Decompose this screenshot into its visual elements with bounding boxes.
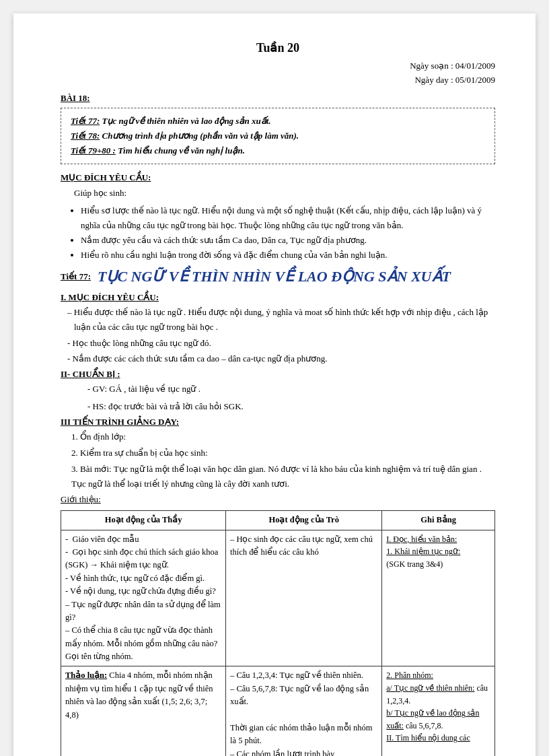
ghi-item: II. Tìm hiểu nội dung các (386, 732, 490, 745)
table-row-2: Thảo luận: Chia 4 nhóm, mỗi nhóm nhận nh… (61, 666, 495, 756)
tiet77-line: Tiết 77: TỤC NGỮ VỀ THÌN NHÌN VỀ LAO ĐỘN… (61, 268, 495, 285)
page: Tuần 20 Ngày soạn : 04/01/2009 Ngày day … (13, 13, 536, 756)
thay-cell-1: - Giáo viên đọc mẫu - Gọi học sinh đọc c… (61, 530, 226, 666)
tiet77-ref: Tiết 77: (71, 116, 100, 126)
tro-item: – Câu 5,6,7,8: Tục ngữ về lao động sản x… (230, 683, 377, 709)
section1-line2: - Học thuộc lòng những câu tục ngữ đó. (67, 336, 495, 351)
tiet77-label: Tiết 77: (61, 271, 91, 282)
day-label: Ngày day : (414, 75, 453, 85)
header-ghi: Ghi Bảng (382, 511, 495, 530)
section3-title: III TIẾN TRÌNH GIẢNG DẠY: (61, 417, 495, 427)
tiet7980-text: Tìm hiểu chung về văn nghị luận. (118, 145, 245, 156)
ghi-item: b/ Tục ngữ về lao động sản xuất: câu 5,6… (386, 707, 490, 732)
tro-item: – Câu 1,2,3,4: Tục ngữ về thiên nhiên. (230, 669, 377, 682)
section1-line1: – Hiểu được thế nào là tục ngữ . Hiểu đư… (67, 305, 495, 335)
muc-dich-intro: Giúp học sinh: (74, 186, 495, 201)
section3-list: 1. Ổn định lớp: 2. Kiểm tra sự chuẩn bị … (71, 429, 495, 491)
thay-cell-2: Thảo luận: Chia 4 nhóm, mỗi nhóm nhận nh… (61, 666, 226, 756)
section2-title: II- CHUẨN BỊ : (61, 369, 495, 380)
thay-item: – Có thể chia 8 câu tục ngữ vừa đọc thàn… (65, 624, 221, 663)
tro-item: – Học sinh đọc các câu tục ngữ, xem chú … (230, 533, 377, 559)
ghi-ii: II. Tìm hiểu nội dung các (386, 733, 470, 743)
table-row-1: - Giáo viên đọc mẫu - Gọi học sinh đọc c… (61, 530, 495, 666)
date-block: Ngày soạn : 04/01/2009 Ngày day : 05/01/… (61, 59, 495, 88)
gioi-thieu: Giới thiệu: (61, 494, 495, 505)
thao-luan: Thảo luận: Chia 4 nhóm, mỗi nhóm nhận nh… (65, 669, 221, 722)
section2-hs: - HS: đọc trước bài và trả lời câu hỏi S… (87, 399, 495, 414)
tiet77-text: Tục ngữ về thiên nhiên và lao động sản x… (102, 116, 271, 126)
ghi-a: a/ Tục ngữ về thiên nhiên: (386, 683, 474, 693)
thay-item: – Tục ngữ được nhân dân ta sử dụng để là… (65, 598, 221, 625)
tiet77-big-title: TỤC NGỮ VỀ THÌN NHÌN VỀ LAO ĐỘNG SẢN XUẤ… (98, 268, 451, 285)
tiet78-ref: Tiết 78: (71, 131, 100, 141)
list-item: Hiểu rõ nhu cầu nghi luận trong đời sống… (81, 248, 495, 263)
ghi-item: 1. Khái niệm tục ngữ: (386, 545, 490, 558)
day-value: 05/01/2009 (455, 75, 495, 85)
tiet78-text: Chương trình địa phương (phần văn và tập… (102, 131, 299, 141)
tro-cell-1: – Học sinh đọc các câu tục ngữ, xem chú … (226, 530, 382, 666)
thay-item: - Về hình thức, tục ngữ có đặc điểm gì. (65, 572, 221, 585)
list-item: Hiểu sơ lược thế nào là tục ngữ. Hiểu nộ… (81, 203, 495, 233)
numbered-item-1: 1. Ổn định lớp: (71, 429, 495, 444)
soan-label: Ngày soạn : (410, 61, 453, 71)
tro-item: – Các nhóm lần lượt trình bày (230, 748, 377, 756)
section2-gv: - GV: GÁ , tài liệu về tục ngữ . (87, 382, 495, 397)
ghi-cell-2: 2. Phân nhóm: a/ Tục ngữ về thiên nhiên:… (382, 666, 495, 756)
ghi-b: b/ Tục ngữ về lao động sản xuất: (386, 708, 479, 730)
numbered-item-3: 3. Bài mới: Tục ngữ là một thể loại văn … (71, 462, 495, 491)
ghi-title: I. Đọc, hiểu văn bản: (386, 535, 457, 544)
ghi-item: 2. Phân nhóm: (386, 669, 490, 682)
soan-value: 04/01/2009 (455, 61, 495, 71)
muc-dich-list: Hiểu sơ lược thế nào là tục ngữ. Hiểu nộ… (81, 203, 495, 263)
ghi-item: I. Đọc, hiểu văn bản: (386, 533, 490, 546)
tiet-line3: Tiết 79+80 : Tìm hiểu chung về văn nghị … (71, 143, 485, 158)
thay-item: - Gọi học sinh đọc chú thích sách giáo k… (65, 546, 221, 572)
list-item: Nắm được yêu cầu và cách thức sưu tầm Ca… (81, 233, 495, 248)
tiet-line2: Tiết 78: Chương trình địa phương (phần v… (71, 129, 485, 143)
section1-title: I. MỤC ĐÍCH YÊU CẦU: (61, 292, 495, 303)
tiet7980-ref: Tiết 79+80 : (71, 145, 116, 156)
ghi-subtitle: 1. Khái niệm tục ngữ: (386, 547, 460, 556)
activity-table: Hoạt động của Thầy Hoạt động của Trò Ghi… (61, 510, 495, 756)
header-thay: Hoạt động của Thầy (61, 511, 226, 530)
page-title: Tuần 20 (61, 40, 495, 55)
ghi-phan-nhom: 2. Phân nhóm: (386, 671, 433, 680)
ghi-item: a/ Tục ngữ về thiên nhiên: câu 1,2,3,4. (386, 682, 490, 707)
muc-dich-title: MỤC ĐÍCH YÊU CẦU: (61, 172, 495, 183)
header-tro: Hoạt động của Trò (226, 511, 382, 530)
tro-item: Thời gian các nhóm thảo luận mỗi nhóm là… (230, 722, 377, 748)
bai-label: BÀI 18: (61, 93, 495, 104)
section1-line3: - Nắm được các cách thức sưu tầm ca dao … (67, 351, 495, 366)
tiet-line1: Tiết 77: Tục ngữ về thiên nhiên và lao đ… (71, 114, 485, 129)
numbered-item-2: 2. Kiểm tra sự chuẩn bị của học sinh: (71, 446, 495, 460)
thao-luan-label: Thảo luận: (65, 671, 107, 680)
tro-cell-2: – Câu 1,2,3,4: Tục ngữ về thiên nhiên. –… (226, 666, 382, 756)
tiet-box: Tiết 77: Tục ngữ về thiên nhiên và lao đ… (61, 108, 495, 164)
ghi-cell-1: I. Đọc, hiểu văn bản: 1. Khái niệm tục n… (382, 530, 495, 666)
thay-item: - Về nội dung, tục ngữ chứa đựng điều gì… (65, 585, 221, 598)
thay-item: - Giáo viên đọc mẫu (65, 533, 221, 546)
ghi-item: (SGK trang 3&4) (386, 558, 490, 571)
